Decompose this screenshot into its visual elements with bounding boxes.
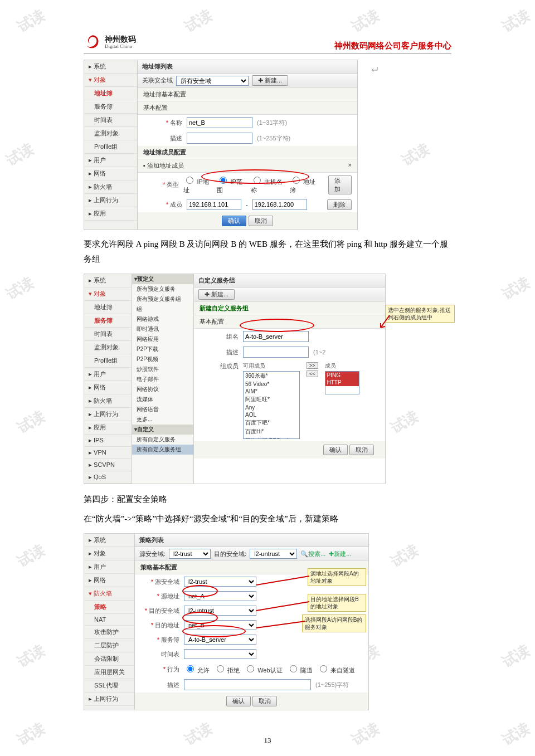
nav-time[interactable]: 时间表	[84, 328, 132, 341]
nav-behavior[interactable]: ▸ 上网行为	[84, 692, 134, 706]
list-item[interactable]: AIM*	[244, 388, 299, 395]
nav-object[interactable]: ▾ 对象	[84, 74, 137, 87]
tree-item[interactable]: 即时通讯	[132, 324, 193, 334]
dst-addr-field[interactable]: net_B	[184, 620, 256, 630]
list-item[interactable]: 网络电视 BBSee*	[244, 436, 299, 439]
assoc-zone-select[interactable]: 所有安全域	[176, 76, 249, 86]
tree-item[interactable]: 所有预定义服务	[132, 284, 193, 294]
ip-from-input[interactable]	[187, 199, 241, 210]
list-item[interactable]: 百度下吧*	[244, 418, 299, 427]
tree-item[interactable]: P2P视频	[132, 354, 193, 364]
src-zone-select[interactable]: l2-trust	[169, 549, 211, 559]
radio-hostname[interactable]: 主机名称	[251, 175, 286, 194]
cancel-button[interactable]: 取消	[249, 216, 273, 226]
collapse-x-icon[interactable]: ×	[348, 162, 352, 170]
nav-ssl[interactable]: SSL代理	[84, 679, 134, 692]
ok-button[interactable]: 确认	[226, 696, 251, 706]
new-button[interactable]: ✚ 新建...	[198, 289, 235, 300]
radio-webauth[interactable]: Web认证	[244, 664, 282, 675]
tree-item[interactable]: P2P下载	[132, 344, 193, 354]
nav-system[interactable]: ▸ 系统	[84, 274, 132, 287]
tree-item[interactable]: 组	[132, 304, 193, 314]
nav-app[interactable]: ▸ 应用	[84, 421, 132, 435]
src-zone-field[interactable]: l2-trust	[184, 577, 256, 587]
dst-zone-select[interactable]: l2-untrust	[250, 549, 297, 559]
nav-user[interactable]: ▸ 用户	[84, 154, 137, 167]
dst-zone-field[interactable]: l2-untrust	[184, 606, 256, 616]
radio-deny[interactable]: 拒绝	[214, 664, 240, 675]
nav-object[interactable]: ▸ 对象	[84, 547, 134, 560]
nav-ips[interactable]: ▸ IPS	[84, 435, 132, 447]
radio-allow[interactable]: 允许	[184, 664, 210, 675]
list-item[interactable]: HTTP	[325, 379, 359, 386]
radio-fromtunnel[interactable]: 来自隧道	[317, 664, 355, 675]
nav-time[interactable]: 时间表	[84, 114, 137, 127]
nav-behavior[interactable]: ▸ 上网行为	[84, 194, 137, 207]
nav-policy[interactable]: 策略	[84, 601, 134, 614]
nav-network[interactable]: ▸ 网络	[84, 167, 137, 181]
nav-object[interactable]: ▾ 对象	[84, 287, 132, 301]
new-link[interactable]: ✚新建...	[329, 550, 351, 558]
name-input[interactable]	[187, 117, 252, 128]
tree-item[interactable]: 网络语音	[132, 404, 193, 414]
ok-button[interactable]: 确认	[323, 445, 348, 455]
cancel-button[interactable]: 取消	[349, 445, 374, 455]
list-item[interactable]: Any	[244, 404, 299, 411]
nav-monitor[interactable]: 监测对象	[84, 127, 137, 140]
tree-item[interactable]: 网络应用	[132, 334, 193, 344]
selected-listbox[interactable]: PING HTTP	[325, 371, 359, 394]
nav-nat[interactable]: NAT	[84, 614, 134, 626]
tree-custom-header[interactable]: ▾自定义	[132, 425, 193, 435]
tree-item[interactable]: 更多...	[132, 414, 193, 425]
nav-service[interactable]: 服务簿	[84, 100, 137, 114]
radio-tunnel[interactable]: 隧道	[287, 664, 313, 675]
nav-address[interactable]: 地址簿	[84, 301, 132, 314]
tree-item[interactable]: 网络协议	[132, 384, 193, 394]
tree-item[interactable]: 炒股软件	[132, 364, 193, 374]
nav-attack[interactable]: 攻击防护	[84, 626, 134, 639]
desc-input[interactable]	[187, 133, 252, 144]
list-item[interactable]: 56 Video*	[244, 381, 299, 388]
nav-alg[interactable]: 应用层网关	[84, 666, 134, 679]
list-item[interactable]: AOL	[244, 411, 299, 418]
radio-iprange[interactable]: IP范围	[217, 175, 246, 194]
nav-session[interactable]: 会话限制	[84, 652, 134, 666]
nav-service[interactable]: 服务簿	[84, 314, 132, 328]
nav-firewall[interactable]: ▾ 防火墙	[84, 587, 134, 601]
nav-network[interactable]: ▸ 网络	[84, 381, 132, 394]
new-button[interactable]: ✚ 新建...	[252, 75, 288, 86]
tree-item[interactable]: 流媒体	[132, 394, 193, 404]
ip-to-input[interactable]	[252, 199, 307, 210]
svc-field[interactable]: A-to-B_server	[184, 635, 256, 645]
nav-system[interactable]: ▸ 系统	[84, 60, 137, 74]
nav-user[interactable]: ▸ 用户	[84, 368, 132, 381]
radio-ip[interactable]: IP地址	[183, 175, 212, 194]
time-field[interactable]	[184, 649, 256, 659]
nav-monitor[interactable]: 监测对象	[84, 341, 132, 354]
tree-item[interactable]: 电子邮件	[132, 374, 193, 384]
tree-item-selected[interactable]: 所有自定义服务组	[132, 445, 193, 455]
nav-user[interactable]: ▸ 用户	[84, 560, 134, 574]
groupname-input[interactable]	[243, 331, 309, 342]
search-link[interactable]: 🔍搜索...	[300, 550, 325, 558]
desc-input[interactable]	[184, 679, 311, 690]
nav-l2[interactable]: 二层防护	[84, 639, 134, 652]
tree-item[interactable]: 所有预定义服务组	[132, 294, 193, 304]
nav-firewall[interactable]: ▸ 防火墙	[84, 394, 132, 408]
list-item[interactable]: 阿里旺旺*	[244, 395, 299, 404]
delete-button[interactable]: 删除	[327, 199, 352, 210]
ok-button[interactable]: 确认	[222, 216, 246, 226]
tree-predef-header[interactable]: ▾预定义	[132, 274, 193, 284]
nav-vpn[interactable]: ▸ VPN	[84, 447, 132, 459]
nav-system[interactable]: ▸ 系统	[84, 534, 134, 547]
available-listbox[interactable]: 360杀毒* 56 Video* AIM* 阿里旺旺* Any AOL 百度下吧…	[243, 371, 300, 439]
list-item[interactable]: 360杀毒*	[244, 372, 299, 381]
cancel-button[interactable]: 取消	[252, 696, 277, 706]
nav-app[interactable]: ▸ 应用	[84, 207, 137, 221]
desc-input[interactable]	[243, 347, 309, 358]
tree-item[interactable]: 网络游戏	[132, 314, 193, 324]
nav-firewall[interactable]: ▸ 防火墙	[84, 181, 137, 194]
nav-network[interactable]: ▸ 网络	[84, 574, 134, 587]
nav-profile[interactable]: Profile组	[84, 140, 137, 154]
radio-addrbook[interactable]: 地址簿	[290, 175, 319, 194]
